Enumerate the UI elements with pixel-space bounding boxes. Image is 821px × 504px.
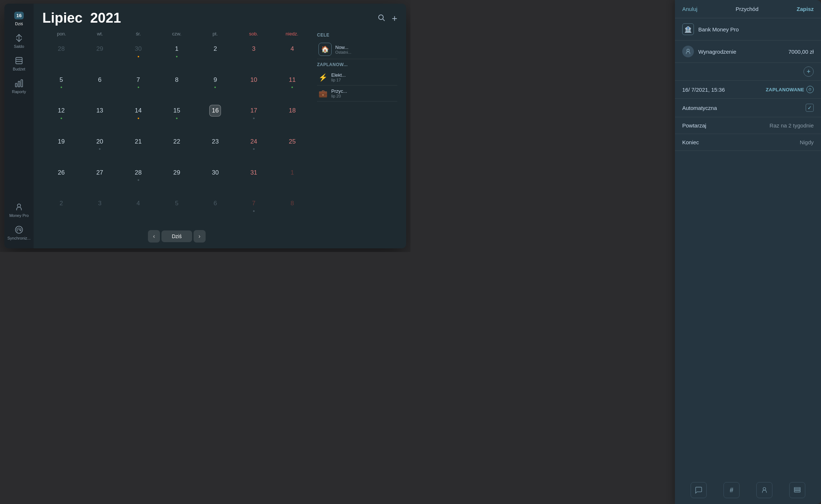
cal-day-36[interactable]: 3 [81,195,118,226]
header-icons: + [377,14,397,23]
cal-day-10[interactable]: 8 [158,72,195,102]
today-button[interactable]: Dziś [161,230,192,242]
cal-day-22[interactable]: 20 [81,134,118,164]
search-icon[interactable] [377,14,385,23]
today-badge: 16 [14,12,24,19]
cal-day-11[interactable]: 9 [196,72,234,102]
cele-item-0[interactable]: 🏠 Now... Ostatni... [317,40,397,59]
cal-day-19[interactable]: 17 [235,103,272,133]
day-dots [99,148,100,150]
sidebar: 16 Dziś Saldo Budżet [4,4,34,248]
cal-day-20[interactable]: 18 [274,103,311,133]
weekday-pon: pon. [42,30,81,38]
weekday-sr: śr. [119,30,157,38]
cal-day-35[interactable]: 2 [42,195,80,226]
day-number: 1 [286,167,298,179]
calendar-month: Lipiec [42,10,83,26]
cal-day-9[interactable]: 7 [119,72,157,102]
day-dots [138,87,139,88]
cal-day-4[interactable]: 2 [196,41,234,71]
cal-day-17[interactable]: 15 [158,103,195,133]
cal-day-15[interactable]: 13 [81,103,118,133]
weekday-sob: sob. [234,30,273,38]
day-number: 24 [248,136,260,148]
cal-day-21[interactable]: 19 [42,134,80,164]
day-dots [176,56,177,57]
zapl-item-1[interactable]: 💼 Przyc... lip 20 [317,85,397,102]
zapl-item-0[interactable]: ⚡ Elekt... lip 17 [317,69,397,85]
day-number: 26 [56,167,67,179]
zapl-text-1: Przyc... lip 20 [331,88,396,98]
sync-icon [14,225,24,234]
weekday-pt: pt. [196,30,234,38]
cal-day-7[interactable]: 5 [42,72,80,102]
zapl-name-1: Przyc... [331,88,396,94]
cal-day-40[interactable]: 7 [235,195,272,226]
cal-day-16[interactable]: 14 [119,103,157,133]
sidebar-item-saldo[interactable]: Saldo [4,30,34,52]
day-number: 30 [133,43,144,55]
cal-day-39[interactable]: 6 [196,195,234,226]
calendar-nav: ‹ Dziś › [42,226,311,248]
day-number: 29 [171,167,183,179]
cal-day-25[interactable]: 23 [196,134,234,164]
zapl-icon-0: ⚡ [318,73,328,82]
cal-day-3[interactable]: 1 [158,41,195,71]
sidebar-item-sync[interactable]: Synchroniz... [4,221,34,244]
cal-day-34[interactable]: 1 [274,165,311,195]
cal-day-27[interactable]: 25 [274,134,311,164]
cal-day-13[interactable]: 11 [274,72,311,102]
next-month-button[interactable]: › [194,230,206,243]
day-number: 6 [94,74,106,86]
cal-day-0[interactable]: 28 [42,41,80,71]
day-number: 22 [171,136,183,148]
day-dots [61,117,62,119]
day-number: 15 [171,105,183,117]
day-number: 12 [56,105,67,117]
balance-icon [14,33,24,43]
cal-day-23[interactable]: 21 [119,134,157,164]
cal-day-8[interactable]: 6 [81,72,118,102]
cal-day-6[interactable]: 4 [274,41,311,71]
day-number: 21 [133,136,144,148]
sidebar-item-dzis[interactable]: 16 Dziś [4,8,34,30]
sidebar-item-money-pro[interactable]: Money Pro [4,199,34,221]
cal-day-5[interactable]: 3 [235,41,272,71]
budget-icon [14,56,24,65]
cal-day-12[interactable]: 10 [235,72,272,102]
day-number: 8 [286,198,298,209]
svg-rect-6 [21,80,22,87]
sidebar-item-budzet[interactable]: Budżet [4,52,34,75]
cal-day-26[interactable]: 24 [235,134,272,164]
sidebar-item-raporty[interactable]: Raporty [4,75,34,98]
cal-day-30[interactable]: 28 [119,165,157,195]
cal-day-29[interactable]: 27 [81,165,118,195]
day-number: 25 [286,136,298,148]
sidebar-label-budzet: Budżet [13,67,25,71]
add-icon[interactable]: + [392,14,397,23]
right-panel: CELE 🏠 Now... Ostatni... ZAPLANOW... ⚡ E… [317,30,397,248]
day-dots [176,117,177,119]
cal-day-38[interactable]: 5 [158,195,195,226]
cal-day-24[interactable]: 22 [158,134,195,164]
day-number: 5 [171,198,183,209]
cal-day-33[interactable]: 31 [235,165,272,195]
prev-month-button[interactable]: ‹ [148,230,160,243]
day-number: 7 [248,198,260,209]
reports-icon [14,79,24,88]
cal-day-37[interactable]: 4 [119,195,157,226]
cal-day-28[interactable]: 26 [42,165,80,195]
cal-day-18[interactable]: 16 [196,103,234,133]
day-number: 2 [56,198,67,209]
sidebar-label-sync: Synchroniz... [7,236,31,240]
cal-day-1[interactable]: 29 [81,41,118,71]
cal-day-2[interactable]: 30 [119,41,157,71]
cal-day-32[interactable]: 30 [196,165,234,195]
sidebar-label-saldo: Saldo [14,44,24,49]
cal-day-31[interactable]: 29 [158,165,195,195]
cal-day-41[interactable]: 8 [274,195,311,226]
day-number: 5 [56,74,67,86]
cal-day-14[interactable]: 12 [42,103,80,133]
main-content: Lipiec 2021 + pon. wt. śr. czw. pt. [34,4,406,248]
zapl-icon-1: 💼 [318,89,328,98]
